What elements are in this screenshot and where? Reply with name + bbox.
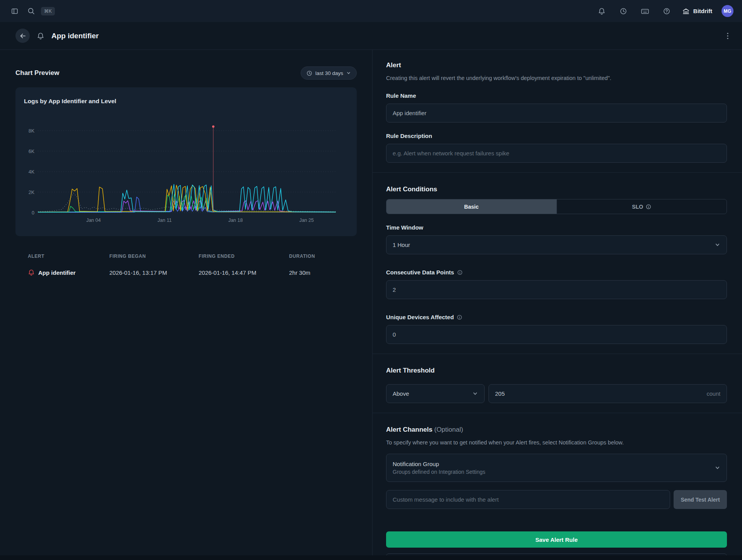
- history-button[interactable]: [617, 5, 630, 17]
- rule-name-input[interactable]: [386, 104, 727, 123]
- alert-form-panel: Alert Creating this alert will revert th…: [373, 50, 742, 555]
- table-header: ALERT FIRING BEGAN FIRING ENDED DURATION: [15, 254, 357, 259]
- time-window-label: Time Window: [386, 224, 727, 231]
- svg-text:Jan 11: Jan 11: [158, 218, 172, 223]
- search-shortcut[interactable]: ⌘K: [41, 7, 55, 15]
- logs-chart: 02K4K6K8KJan 04Jan 11Jan 18Jan 25: [24, 110, 349, 226]
- org-switcher[interactable]: Bitdrift: [682, 7, 712, 15]
- alarm-icon: [28, 269, 35, 276]
- alert-threshold-heading: Alert Threshold: [386, 367, 727, 374]
- send-test-alert-button[interactable]: Send Test Alert: [674, 490, 727, 509]
- alert-rule-icon: [37, 32, 44, 40]
- kebab-menu-button[interactable]: [725, 31, 730, 41]
- threshold-value-input[interactable]: [495, 390, 707, 397]
- chart-preview-panel: Chart Preview last 30 days Logs by App I…: [0, 50, 373, 555]
- conditions-segmented-control: Basic SLO: [386, 199, 727, 214]
- threshold-comparator-select[interactable]: Above: [386, 384, 485, 403]
- unique-devices-affected-label: Unique Devices Affected: [386, 314, 727, 320]
- svg-text:0: 0: [32, 210, 34, 216]
- notification-group-select[interactable]: Notification Group Groups defined on Int…: [386, 454, 727, 482]
- custom-message-input[interactable]: [386, 490, 670, 509]
- col-alert: ALERT: [28, 254, 109, 259]
- chevron-down-icon: [346, 71, 351, 75]
- rule-name-label: Rule Name: [386, 92, 727, 99]
- search-icon: [27, 7, 35, 15]
- sidebar-icon: [11, 7, 19, 15]
- search-button[interactable]: [25, 5, 37, 17]
- time-window-value: 1 Hour: [393, 242, 410, 248]
- chevron-down-icon: [715, 465, 720, 471]
- tab-slo[interactable]: SLO: [556, 199, 727, 214]
- sidebar-toggle-button[interactable]: [9, 5, 21, 17]
- duration-value: 2hr 30m: [289, 269, 357, 276]
- threshold-comparator-value: Above: [393, 390, 409, 397]
- avatar[interactable]: MG: [722, 5, 733, 17]
- svg-text:Jan 25: Jan 25: [299, 218, 314, 223]
- firing-began-value: 2026-01-16, 13:17 PM: [109, 269, 199, 276]
- firing-ended-value: 2026-01-16, 14:47 PM: [199, 269, 289, 276]
- alert-conditions-heading: Alert Conditions: [386, 186, 727, 193]
- rule-description-label: Rule Description: [386, 133, 727, 139]
- tab-basic[interactable]: Basic: [386, 199, 556, 214]
- chevron-down-icon: [715, 242, 720, 248]
- nav-right: Bitdrift MG: [596, 5, 733, 17]
- consecutive-data-points-label: Consecutive Data Points: [386, 269, 727, 276]
- bank-icon: [682, 7, 690, 15]
- back-button[interactable]: [15, 29, 30, 43]
- clock-icon: [619, 7, 627, 15]
- svg-text:4K: 4K: [29, 169, 35, 175]
- threshold-unit: count: [707, 391, 720, 397]
- info-icon: [646, 204, 651, 209]
- cancel-button[interactable]: Cancel: [386, 553, 727, 555]
- col-duration: DURATION: [289, 254, 357, 259]
- kebab-icon: [727, 32, 729, 40]
- alerts-table: ALERT FIRING BEGAN FIRING ENDED DURATION…: [15, 254, 357, 276]
- info-icon: [457, 315, 462, 320]
- notifications-button[interactable]: [596, 5, 608, 17]
- chevron-down-icon: [472, 391, 478, 397]
- arrow-left-icon: [19, 32, 26, 39]
- alert-channels-description: To specify where you want to get notifie…: [386, 439, 727, 447]
- help-button[interactable]: [660, 5, 673, 17]
- notification-group-subtitle: Groups defined on Integration Settings: [393, 469, 485, 475]
- col-firing-ended: FIRING ENDED: [199, 254, 289, 259]
- unique-devices-affected-input[interactable]: [386, 325, 727, 344]
- nav-left: ⌘K: [9, 5, 55, 17]
- time-range-button[interactable]: last 30 days: [301, 66, 357, 80]
- clock-icon: [306, 70, 312, 76]
- chart-card: Logs by App Identifier and Level 02K4K6K…: [15, 87, 357, 236]
- org-name: Bitdrift: [693, 8, 712, 14]
- svg-text:8K: 8K: [29, 128, 35, 134]
- main-content: Chart Preview last 30 days Logs by App I…: [0, 50, 742, 555]
- alert-channels-heading: Alert Channels (Optional): [386, 426, 727, 434]
- consecutive-data-points-input[interactable]: [386, 280, 727, 299]
- chart-title: Logs by App Identifier and Level: [24, 97, 348, 105]
- svg-text:2K: 2K: [29, 190, 35, 195]
- time-range-label: last 30 days: [315, 70, 343, 76]
- alert-heading: Alert: [386, 61, 727, 69]
- table-row[interactable]: App identifier 2026-01-16, 13:17 PM 2026…: [15, 269, 357, 276]
- threshold-value-field: count: [488, 384, 727, 403]
- svg-text:Jan 04: Jan 04: [86, 218, 101, 223]
- alert-name: App identifier: [38, 269, 76, 276]
- col-firing-began: FIRING BEGAN: [109, 254, 199, 259]
- top-nav: ⌘K Bitdrift MG: [0, 0, 742, 22]
- help-icon: [663, 7, 671, 15]
- optional-label: (Optional): [434, 426, 463, 433]
- page-title: App identifier: [51, 32, 99, 40]
- save-alert-rule-button[interactable]: Save Alert Rule: [386, 531, 727, 548]
- svg-text:Jan 18: Jan 18: [228, 218, 243, 223]
- bottom-edge: [0, 555, 742, 560]
- info-icon: [457, 270, 463, 275]
- notification-group-title: Notification Group: [393, 461, 485, 467]
- keyboard-shortcuts-button[interactable]: [639, 5, 651, 17]
- chart-preview-title: Chart Preview: [15, 69, 59, 77]
- svg-text:6K: 6K: [29, 149, 35, 154]
- keyboard-icon: [641, 7, 649, 15]
- page-header: App identifier: [0, 22, 742, 50]
- rule-description-input[interactable]: [386, 144, 727, 163]
- alert-description: Creating this alert will revert the unde…: [386, 74, 727, 82]
- bell-icon: [598, 7, 606, 15]
- time-window-select[interactable]: 1 Hour: [386, 235, 727, 254]
